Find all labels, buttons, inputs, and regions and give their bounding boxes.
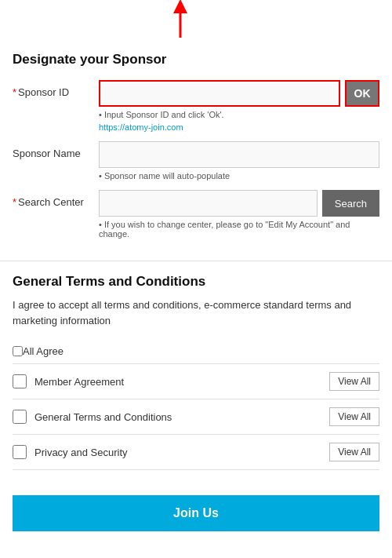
terms-section: General Terms and Conditions I agree to … xyxy=(0,261,392,483)
sponsor-id-input-col: OK • Input Sponsor ID and click 'Ok'. ht… xyxy=(99,80,379,132)
sponsor-id-input-row: OK xyxy=(99,80,379,107)
sponsor-id-label: *Sponsor ID xyxy=(13,80,99,98)
required-star-2: * xyxy=(13,196,16,208)
general-terms-checkbox[interactable] xyxy=(13,410,27,424)
general-terms-view-all[interactable]: View All xyxy=(329,407,379,426)
required-star: * xyxy=(13,86,16,98)
sponsor-name-row: Sponsor Name • Sponsor name will auto-po… xyxy=(13,141,379,181)
designate-sponsor-section: Designate your Sponsor *Sponsor ID OK • … xyxy=(0,39,392,261)
general-terms-row: General Terms and Conditions View All xyxy=(13,399,379,435)
privacy-security-row: Privacy and Security View All xyxy=(13,435,379,470)
all-agree-row[interactable]: All Agree xyxy=(13,339,379,364)
sponsor-id-row: *Sponsor ID OK • Input Sponsor ID and cl… xyxy=(13,80,379,132)
join-us-button[interactable]: Join Us xyxy=(13,495,379,531)
general-terms-label: General Terms and Conditions xyxy=(34,411,329,423)
terms-description: I agree to accept all terms and conditio… xyxy=(13,297,379,328)
sponsor-name-hint: • Sponsor name will auto-populate xyxy=(99,171,379,181)
search-center-input[interactable] xyxy=(99,190,318,217)
ok-button[interactable]: OK xyxy=(345,80,379,107)
sponsor-name-label: Sponsor Name xyxy=(13,141,99,159)
search-center-label: *Search Center xyxy=(13,190,99,208)
all-agree-label: All Agree xyxy=(23,345,379,357)
member-agreement-checkbox[interactable] xyxy=(13,374,27,388)
section-title: Designate your Sponsor xyxy=(13,52,379,67)
member-agreement-view-all[interactable]: View All xyxy=(329,372,379,391)
member-agreement-row: Member Agreement View All xyxy=(13,364,379,399)
privacy-security-label: Privacy and Security xyxy=(34,447,329,458)
search-center-input-row: Search xyxy=(99,190,379,217)
sponsor-name-input-col: • Sponsor name will auto-populate xyxy=(99,141,379,181)
sponsor-name-input-row xyxy=(99,141,379,168)
sponsor-id-hint1: • Input Sponsor ID and click 'Ok'. xyxy=(99,110,379,119)
privacy-security-checkbox[interactable] xyxy=(13,445,27,459)
search-button[interactable]: Search xyxy=(322,190,379,217)
privacy-security-view-all[interactable]: View All xyxy=(329,443,379,461)
search-center-row: *Search Center Search • If you wish to c… xyxy=(13,190,379,239)
search-center-hint: • If you wish to change center, please g… xyxy=(99,220,379,239)
sponsor-id-hint2: https://atomy-join.com xyxy=(99,122,379,132)
arrow-icon xyxy=(157,0,204,39)
member-agreement-label: Member Agreement xyxy=(34,376,329,388)
sponsor-name-input[interactable] xyxy=(99,141,379,168)
sponsor-id-input[interactable] xyxy=(99,80,340,107)
search-center-input-col: Search • If you wish to change center, p… xyxy=(99,190,379,239)
terms-title: General Terms and Conditions xyxy=(13,274,379,290)
all-agree-checkbox[interactable] xyxy=(13,346,23,356)
